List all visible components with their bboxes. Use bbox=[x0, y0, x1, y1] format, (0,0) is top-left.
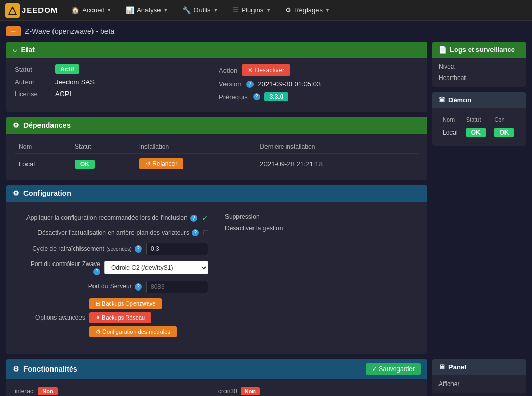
caret-icon: ▼ bbox=[325, 8, 330, 13]
demon-title: Démon bbox=[448, 96, 471, 104]
demon-statut-badge: OK bbox=[466, 128, 486, 137]
license-label: License bbox=[15, 90, 51, 98]
nav-outils-label: Outils bbox=[193, 6, 210, 14]
brand[interactable]: JEEDOM bbox=[5, 3, 58, 18]
auteur-label: Auteur bbox=[15, 78, 51, 86]
dep-statut: OK bbox=[71, 154, 135, 174]
prerequis-value: 3.3.0 bbox=[264, 92, 289, 101]
interact-label: interact bbox=[15, 388, 35, 395]
backups-reseau-button[interactable]: ✕ Backups Réseau bbox=[89, 312, 151, 323]
port-info-icon[interactable]: ? bbox=[93, 268, 100, 275]
cycle-input[interactable] bbox=[146, 243, 208, 255]
back-button[interactable]: ← bbox=[6, 26, 21, 36]
panel-body: Afficher bbox=[432, 375, 526, 393]
etat-icon: ○ bbox=[12, 46, 17, 54]
options-label: Options avancées bbox=[23, 314, 85, 321]
serveur-input[interactable] bbox=[146, 281, 208, 293]
etat-card: ○ Etat Statut Actif Auteur Jeedom SAS bbox=[6, 42, 427, 112]
config-row-port: Port du contrôleur Zwave ? Odroid C2 (/d… bbox=[23, 260, 208, 275]
apply-config-label: Appliquer la configuration recommandée l… bbox=[23, 214, 197, 222]
backups-openzwave-button[interactable]: ⊞ Backups Openzwave bbox=[89, 298, 162, 309]
logs-body: Nivea Heartbeat bbox=[432, 58, 526, 87]
reglages-icon: ⚙ bbox=[285, 6, 291, 14]
nav-plugins[interactable]: ☰ Plugins ▼ bbox=[227, 3, 277, 17]
demon-conf-badge: OK bbox=[494, 128, 514, 137]
etat-grid: Statut Actif Auteur Jeedom SAS License A… bbox=[15, 64, 419, 105]
cycle-info-icon[interactable]: ? bbox=[135, 245, 142, 253]
desactiver-label: ✕ Désactiver bbox=[248, 67, 284, 74]
demon-conf: OK bbox=[491, 126, 518, 139]
page-content: ← Z-Wave (openzwave) - beta ○ Etat Statu… bbox=[0, 21, 532, 396]
panel-afficher: Afficher bbox=[438, 380, 459, 388]
demon-body: Nom Statut Con Local OK bbox=[432, 108, 526, 146]
port-select[interactable]: Odroid C2 (/dev/ttyS1) bbox=[104, 261, 208, 274]
func-cron30: cron30 Non bbox=[218, 385, 419, 396]
demon-nom: Local bbox=[440, 126, 462, 139]
action-row: Action ✕ Désactiver bbox=[219, 64, 419, 76]
panel-header: 🖥 Panel bbox=[432, 359, 526, 375]
config-row-apply: Appliquer la configuration recommandée l… bbox=[23, 213, 208, 223]
config-right: Suppression Désactiver la gestion bbox=[217, 208, 419, 348]
logs-icon: 📄 bbox=[438, 46, 447, 54]
col-nom: Nom bbox=[15, 140, 71, 154]
fonctionnalites-body: interact Non cron30 Non cron Oui Activer… bbox=[6, 379, 427, 396]
col-statut: Statut bbox=[71, 140, 135, 154]
options-row: Options avancées ⊞ Backups Openzwave ✕ B… bbox=[23, 298, 208, 337]
dep-statut-badge: OK bbox=[75, 160, 95, 169]
panel-icon: 🖥 bbox=[438, 363, 445, 371]
backups-openzwave-label: ⊞ Backups Openzwave bbox=[96, 300, 155, 307]
analyse-icon: 📊 bbox=[126, 6, 134, 14]
configuration-title: Configuration bbox=[23, 189, 71, 197]
dependances-icon: ⚙ bbox=[12, 121, 19, 129]
main-grid: ○ Etat Statut Actif Auteur Jeedom SAS bbox=[6, 42, 526, 359]
dependances-card: ⚙ Dépendances Nom Statut Installation De… bbox=[6, 117, 427, 180]
plugins-icon: ☰ bbox=[233, 6, 239, 14]
fonctionnalites-title: Fonctionnalités bbox=[23, 365, 77, 373]
logs-card: 📄 Logs et surveillance Nivea Heartbeat bbox=[432, 42, 526, 87]
dependances-body: Nom Statut Installation Dernière install… bbox=[6, 134, 427, 180]
dependances-table: Nom Statut Installation Dernière install… bbox=[15, 140, 419, 174]
desactiver-button[interactable]: ✕ Désactiver bbox=[242, 64, 290, 76]
serveur-info-icon[interactable]: ? bbox=[135, 283, 142, 291]
config-row-serveur: Port du Serveur ? bbox=[23, 281, 208, 293]
config-icon: ⚙ bbox=[12, 189, 19, 197]
nav-accueil[interactable]: 🏠 Accueil ▼ bbox=[65, 3, 117, 17]
demon-statut: OK bbox=[463, 126, 490, 139]
auteur-value: Jeedom SAS bbox=[55, 78, 95, 86]
fonctionnalites-icon: ⚙ bbox=[12, 365, 19, 373]
col-derniere: Dernière installation bbox=[256, 140, 419, 154]
nav-reglages[interactable]: ⚙ Réglages ▼ bbox=[279, 3, 336, 17]
nav-outils[interactable]: 🔧 Outils ▼ bbox=[176, 3, 224, 17]
nav-accueil-label: Accueil bbox=[82, 6, 104, 14]
sauvegarder-button[interactable]: ✓ Sauvegarder bbox=[366, 363, 421, 375]
func-grid: interact Non cron30 Non cron Oui Activer… bbox=[15, 385, 419, 396]
desactiver-label-config: Désactiver l'actualisation en arrière-pl… bbox=[23, 229, 199, 237]
prerequis-info-icon[interactable]: ? bbox=[253, 93, 260, 100]
dep-nom: Local bbox=[15, 154, 71, 174]
etat-title: Etat bbox=[21, 46, 34, 54]
brand-text: JEEDOM bbox=[22, 6, 58, 15]
desactiver-info-icon[interactable]: ? bbox=[192, 229, 199, 236]
etat-right: Action ✕ Désactiver Version ? 2021-09-30… bbox=[219, 64, 419, 105]
statut-row: Statut Actif bbox=[15, 64, 215, 74]
bottom-grid: ⚙ Fonctionnalités ✓ Sauvegarder interact… bbox=[6, 359, 526, 396]
relancer-button[interactable]: ↺ Relancer bbox=[139, 158, 183, 169]
nav-analyse[interactable]: 📊 Analyse ▼ bbox=[119, 3, 174, 17]
caret-icon: ▼ bbox=[163, 8, 168, 13]
apply-info-icon[interactable]: ? bbox=[190, 215, 197, 222]
logs-title: Logs et surveillance bbox=[450, 46, 515, 54]
config-row-desactiver: Désactiver l'actualisation en arrière-pl… bbox=[23, 228, 208, 237]
configuration-header: ⚙ Configuration bbox=[6, 185, 427, 202]
nav-analyse-label: Analyse bbox=[137, 6, 161, 14]
nav-reglages-label: Réglages bbox=[294, 6, 323, 14]
config-modules-button[interactable]: ⚙ Configuration des modules bbox=[89, 326, 177, 337]
etat-left: Statut Actif Auteur Jeedom SAS License A… bbox=[15, 64, 215, 102]
outils-icon: 🔧 bbox=[182, 6, 191, 14]
config-grid: Appliquer la configuration recommandée l… bbox=[15, 208, 419, 348]
back-icon: ← bbox=[10, 28, 17, 35]
right-sidebar: 📄 Logs et surveillance Nivea Heartbeat 🏛… bbox=[432, 42, 526, 359]
demon-col-nom: Nom bbox=[440, 114, 462, 125]
version-info-icon[interactable]: ? bbox=[246, 81, 254, 88]
page-title-bar: ← Z-Wave (openzwave) - beta bbox=[6, 26, 526, 36]
demon-col-conf: Con bbox=[491, 114, 518, 125]
